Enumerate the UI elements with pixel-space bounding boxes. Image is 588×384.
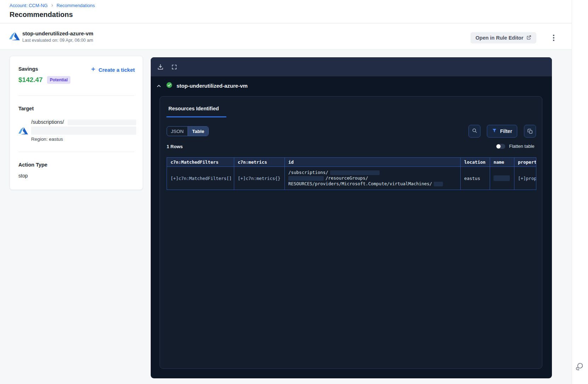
fullscreen-icon[interactable] [170, 63, 178, 71]
page-header: Account: CCM-NG Recommendations Recommen… [0, 0, 572, 23]
search-button[interactable] [468, 125, 480, 138]
chat-help-icon[interactable] [575, 362, 584, 372]
filter-funnel-icon [492, 128, 497, 134]
download-icon[interactable] [156, 63, 164, 71]
rows-count: 1 Rows [167, 144, 183, 149]
resource-id-cell: /subscriptions/ /resourceGroups/ RESOURC… [285, 167, 461, 190]
page-title: Recommendations [10, 11, 73, 19]
column-header: id [285, 158, 461, 167]
panel-rule-name: stop-underutilized-azure-vm [177, 83, 248, 89]
matched-filters-expand-cell[interactable]: [+]c7n:MatchedFilters[] [167, 167, 234, 190]
column-header: location [461, 158, 490, 167]
azure-icon [9, 31, 20, 41]
search-icon [472, 128, 478, 135]
view-mode-toggle: JSON Table [167, 126, 209, 136]
column-header: c7n:MatchedFilters [167, 158, 234, 167]
id-line-text: RESOURCES/providers/Microsoft.Compute/vi… [288, 181, 432, 187]
content-area: Savings Create a ticket $142.47 Potentia… [0, 50, 572, 384]
target-label: Target [18, 106, 34, 111]
id-line-text: /resourceGroups/ [325, 175, 368, 181]
flatten-table-label: Flatten table [509, 144, 535, 149]
table-header-row: c7n:MatchedFilters c7n:metrics id locati… [167, 158, 536, 167]
filter-button[interactable]: Filter [487, 125, 517, 138]
rule-result-row: stop-underutilized-azure-vm [156, 82, 248, 90]
tab-resources-identified[interactable]: Resources Identified [168, 106, 219, 111]
action-type-value: stop [18, 173, 28, 179]
savings-card: Savings Create a ticket $142.47 Potentia… [10, 56, 143, 190]
breadcrumb-chevron-icon [51, 3, 54, 8]
potential-badge: Potential [47, 76, 71, 84]
create-ticket-button[interactable]: Create a ticket [91, 66, 135, 73]
metrics-expand-cell[interactable]: [+]c7n:metrics{} [234, 167, 285, 190]
savings-amount: $142.47 [18, 76, 43, 84]
properties-expand-cell[interactable]: [+]properties{} [514, 167, 536, 190]
right-gutter [572, 0, 588, 384]
column-header: c7n:metrics [234, 158, 285, 167]
breadcrumb-recommendations-link[interactable]: Recommendations [57, 3, 95, 8]
action-type-label: Action Type [18, 162, 47, 168]
plus-icon [91, 66, 96, 73]
rule-name: stop-underutilized-azure-vm [22, 30, 93, 36]
flatten-table-toggle[interactable] [496, 144, 505, 149]
external-link-icon [526, 35, 531, 41]
breadcrumb-account-link[interactable]: Account: CCM-NG [10, 3, 48, 8]
column-header: name [490, 158, 514, 167]
resources-panel: stop-underutilized-azure-vm Resources Id… [151, 57, 552, 378]
redacted-text [288, 176, 324, 181]
name-cell [490, 167, 514, 190]
redacted-target-detail [31, 127, 136, 135]
location-cell: eastus [461, 167, 490, 190]
breadcrumb: Account: CCM-NG Recommendations [10, 3, 95, 8]
column-header: properties [514, 158, 536, 167]
savings-amount-row: $142.47 Potential [18, 76, 70, 84]
open-in-rule-editor-label: Open in Rule Editor [475, 35, 523, 41]
rule-header: stop-underutilized-azure-vm Last evaluat… [0, 23, 572, 50]
divider [18, 152, 134, 152]
create-ticket-label: Create a ticket [98, 67, 135, 73]
recommendations-page: Account: CCM-NG Recommendations Recommen… [0, 0, 588, 384]
flatten-table-control: Flatten table [496, 144, 535, 149]
redacted-subscription-id [68, 120, 136, 125]
resources-table: c7n:MatchedFilters c7n:metrics id locati… [167, 157, 536, 190]
savings-label: Savings [18, 66, 38, 72]
rule-last-evaluated: Last evaluated on: 09 Apr, 06:00 am [22, 38, 93, 43]
redacted-text [330, 170, 380, 175]
table-view-button[interactable]: Table [188, 127, 208, 136]
open-in-rule-editor-button[interactable]: Open in Rule Editor [471, 32, 536, 43]
collapse-chevron-up-icon[interactable] [156, 83, 162, 89]
active-tab-underline [166, 116, 226, 117]
divider [18, 95, 134, 96]
id-line-text: /subscriptions/ [288, 170, 328, 175]
kebab-menu-icon[interactable] [549, 33, 558, 43]
filter-label: Filter [500, 128, 512, 134]
resources-identified-card: Resources Identified JSON Table Filter [160, 96, 542, 369]
azure-icon [18, 126, 28, 135]
json-view-button[interactable]: JSON [167, 127, 188, 136]
copy-icon[interactable] [524, 125, 536, 138]
panel-toolbar [151, 57, 552, 76]
redacted-text [434, 182, 443, 186]
success-check-icon [166, 82, 173, 90]
target-region: Region: eastus [31, 136, 63, 142]
redacted-text [494, 175, 510, 181]
table-row: [+]c7n:MatchedFilters[] [+]c7n:metrics{}… [167, 167, 536, 190]
target-path: /subscriptions/ [31, 119, 64, 125]
